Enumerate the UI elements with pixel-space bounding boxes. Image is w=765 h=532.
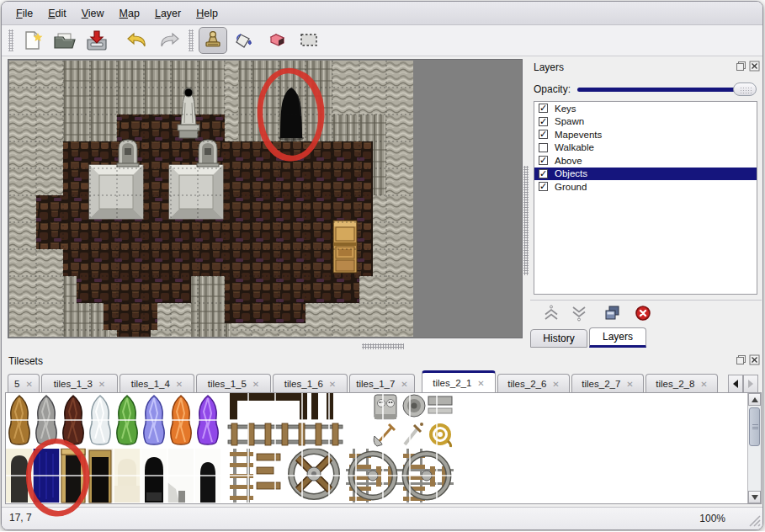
new-file-icon [22, 29, 44, 51]
delete-layer-button[interactable] [634, 304, 652, 322]
move-layer-down-button[interactable] [570, 304, 588, 322]
pot-top-tile[interactable] [403, 395, 425, 417]
layer-visibility-checkbox[interactable] [539, 104, 548, 113]
layer-row-walkable[interactable]: Walkable [534, 141, 757, 155]
layer-row-keys[interactable]: Keys [534, 102, 757, 115]
tileset-tab-tiles_1_7[interactable]: tiles_1_7✕ [349, 374, 415, 393]
tileset-tab-tiles_1_4[interactable]: tiles_1_4✕ [120, 374, 194, 393]
close-tab-icon[interactable]: ✕ [626, 380, 633, 389]
open-map-button[interactable] [50, 27, 79, 54]
tab-label: History [543, 332, 574, 344]
rect-select-tool-button[interactable] [295, 27, 323, 54]
eraser-tool-button[interactable] [263, 27, 291, 54]
close-tab-icon[interactable]: ✕ [98, 380, 105, 389]
float-panel-icon[interactable] [736, 354, 746, 365]
close-tab-icon[interactable]: ✕ [329, 380, 336, 389]
undo-arrow-icon [125, 30, 149, 51]
opacity-slider-track [577, 88, 753, 92]
tileset-tab-tiles_2_1[interactable]: tiles_2_1✕ [422, 370, 496, 393]
menu-edit[interactable]: Edit [40, 5, 74, 22]
tileset-scrollbar[interactable] [747, 393, 761, 503]
scroll-up-button[interactable] [748, 393, 761, 406]
toolbar-drag-grip[interactable] [8, 29, 13, 51]
layer-visibility-checkbox[interactable] [539, 182, 548, 191]
fill-tool-button[interactable] [231, 27, 259, 54]
tab-history[interactable]: History [530, 329, 587, 348]
tileset-tab-tiles_1_6[interactable]: tiles_1_6✕ [273, 374, 348, 393]
map-viewport[interactable] [8, 59, 523, 338]
chevron-down-icon [570, 304, 588, 322]
layer-row-mapevents[interactable]: Mapevents [534, 128, 757, 141]
layers-panel: Layers Opacity: Keys [530, 59, 762, 326]
close-panel-icon[interactable] [749, 354, 760, 365]
redo-arrow-icon [157, 30, 181, 51]
layer-visibility-checkbox[interactable] [539, 156, 548, 165]
menu-help[interactable]: Help [189, 5, 226, 22]
stamp-tool-button[interactable] [199, 27, 227, 54]
close-tab-icon[interactable]: ✕ [700, 380, 707, 389]
delete-layer-icon [634, 304, 652, 322]
opacity-slider[interactable] [577, 82, 757, 96]
redo-button[interactable] [155, 27, 183, 54]
app-window: File Edit View Map Layer Help [1, 1, 763, 530]
open-folder-icon [53, 29, 77, 51]
layer-visibility-checkbox[interactable] [539, 169, 548, 178]
wooden-cabinet [333, 221, 357, 273]
layer-visibility-checkbox[interactable] [539, 117, 548, 126]
tab-layers[interactable]: Layers [589, 327, 646, 348]
close-panel-icon[interactable] [749, 61, 760, 72]
duplicate-layer-icon [603, 304, 621, 322]
gravestone [117, 140, 139, 167]
menu-file[interactable]: File [8, 5, 40, 22]
toolbar-drag-grip[interactable] [189, 29, 194, 51]
new-map-button[interactable] [19, 27, 47, 54]
close-tab-icon[interactable]: ✕ [176, 380, 183, 389]
tab-label: tiles_2_6 [507, 379, 546, 389]
close-tab-icon[interactable]: ✕ [252, 380, 259, 389]
layers-panel-titlebar: Layers [530, 59, 762, 76]
arrow-right-icon [747, 380, 754, 388]
menu-map[interactable]: Map [112, 5, 147, 22]
tileset-tab-tiles_1_3[interactable]: tiles_1_3✕ [41, 374, 118, 393]
tileset-tab-tiles_2_6[interactable]: tiles_2_6✕ [497, 374, 570, 393]
metal-plank-tile[interactable] [428, 396, 452, 413]
layer-row-ground[interactable]: Ground [534, 180, 757, 194]
zoom-level: 100% [699, 513, 725, 524]
layer-label: Objects [555, 168, 587, 178]
map-canvas[interactable] [8, 60, 414, 338]
close-tab-icon[interactable]: ✕ [552, 380, 559, 389]
layer-visibility-checkbox[interactable] [539, 143, 548, 152]
pillar-skulls-tile[interactable] [375, 395, 396, 419]
close-tab-icon[interactable]: ✕ [477, 379, 484, 388]
vertical-splitter[interactable] [523, 166, 529, 275]
tileset-tab-5[interactable]: 5✕ [8, 374, 40, 393]
duplicate-layer-button[interactable] [603, 304, 621, 322]
scroll-tabs-right-button[interactable] [743, 375, 758, 393]
scroll-down-button[interactable] [748, 491, 761, 503]
float-panel-icon[interactable] [736, 61, 746, 72]
tab-label: tiles_1_6 [284, 379, 323, 389]
save-map-button[interactable] [82, 27, 111, 54]
horizontal-splitter[interactable] [362, 343, 404, 349]
eraser-icon [265, 30, 289, 51]
undo-button[interactable] [123, 27, 151, 54]
menu-layer[interactable]: Layer [147, 5, 189, 22]
tileset-tab-tiles_2_7[interactable]: tiles_2_7✕ [571, 374, 644, 393]
layer-row-spawn[interactable]: Spawn [534, 115, 757, 129]
layer-row-above[interactable]: Above [534, 154, 757, 168]
tileset-tab-tiles_2_8[interactable]: tiles_2_8✕ [645, 374, 718, 393]
window-resize-grip[interactable] [747, 513, 761, 529]
move-layer-up-button[interactable] [542, 304, 560, 322]
opacity-slider-handle[interactable] [733, 82, 757, 96]
menu-view[interactable]: View [74, 5, 112, 22]
tileset-tab-tiles_1_5[interactable]: tiles_1_5✕ [196, 374, 271, 393]
scrollbar-thumb[interactable] [749, 407, 760, 446]
tileset-canvas[interactable] [6, 393, 746, 503]
scroll-tabs-left-button[interactable] [728, 375, 743, 393]
layer-row-objects[interactable]: Objects [534, 168, 757, 181]
close-tab-icon[interactable]: ✕ [26, 380, 33, 389]
layer-visibility-checkbox[interactable] [539, 130, 548, 139]
tab-label: 5 [14, 379, 19, 389]
layer-label: Walkable [555, 142, 594, 152]
close-tab-icon[interactable]: ✕ [401, 380, 407, 389]
